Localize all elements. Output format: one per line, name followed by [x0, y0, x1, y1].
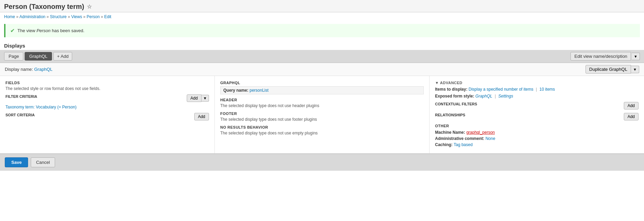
filter-criteria-section: FILTER CRITERIA Add ▼ Taxonomy term: Voc…	[5, 94, 209, 109]
breadcrumb-sep4: »	[83, 14, 87, 19]
left-column: FIELDS The selected style or row format …	[0, 76, 215, 153]
breadcrumb-person[interactable]: Person	[87, 14, 100, 19]
filter-item[interactable]: Taxonomy term: Vocabulary (= Person)	[5, 105, 209, 109]
breadcrumb-sep1: »	[16, 14, 19, 19]
advanced-triangle: ▼	[435, 81, 440, 85]
footer-bar: Save Cancel	[0, 154, 644, 171]
duplicate-button[interactable]: Duplicate GraphQL	[586, 65, 631, 74]
breadcrumb-administration[interactable]: Administration	[19, 14, 45, 19]
tabs-bar: Page GraphQL + Add Edit view name/descri…	[0, 50, 644, 63]
breadcrumb-sep2: »	[47, 14, 50, 19]
edit-view-name-button[interactable]: Edit view name/description	[570, 52, 631, 61]
breadcrumb-sep3: »	[68, 14, 71, 19]
success-icon: ✔	[10, 27, 15, 34]
items-display-link[interactable]: Display a specified number of items	[469, 87, 533, 92]
other-section: OTHER Machine Name: graphql_person Admin…	[435, 124, 639, 147]
items-count[interactable]: 10 items	[539, 87, 555, 92]
graphql-section: GRAPHQL Query name: personList	[220, 81, 424, 94]
admin-comment-label: Administrative comment:	[435, 136, 484, 141]
relationships-section: RELATIONSHIPS Add	[435, 113, 639, 120]
display-name-bar: Display name: GraphQL Duplicate GraphQL …	[0, 63, 644, 76]
machine-name-label: Machine Name:	[435, 130, 465, 135]
exposed-pipe: |	[495, 94, 496, 99]
tab-page[interactable]: Page	[4, 52, 23, 61]
caching-label: Caching:	[435, 142, 452, 147]
success-message: ✔ The view Person has been saved.	[4, 24, 640, 37]
tab-add[interactable]: + Add	[53, 52, 73, 61]
filter-criteria-add-dropdown[interactable]: ▼	[201, 95, 209, 102]
breadcrumb-edit[interactable]: Edit	[104, 14, 111, 19]
edit-view-dropdown[interactable]: ▼	[632, 53, 640, 60]
star-icon[interactable]: ☆	[87, 3, 92, 10]
breadcrumb: Home » Administration » Structure » View…	[0, 12, 644, 21]
exposed-form-graphql[interactable]: GraphQL	[475, 94, 492, 99]
items-pipe: |	[536, 87, 537, 92]
caching-value[interactable]: Tag based	[454, 142, 472, 147]
middle-column: GRAPHQL Query name: personList HEADER Th…	[215, 76, 430, 153]
contextual-filters-section: CONTEXTUAL FILTERS Add	[435, 102, 639, 109]
filter-criteria-add-button[interactable]: Add	[187, 94, 201, 102]
success-text: The view Person has been saved.	[17, 28, 84, 33]
footer-section: FOOTER The selected display type does no…	[220, 112, 424, 122]
header-section: HEADER The selected display type does no…	[220, 98, 424, 108]
breadcrumb-structure[interactable]: Structure	[50, 14, 67, 19]
right-column: ▼ ADVANCED Items to display: Display a s…	[430, 76, 644, 153]
page-title: Person (Taxonomy term)	[4, 3, 84, 11]
admin-comment-value[interactable]: None	[485, 136, 495, 141]
machine-name-value[interactable]: graphql_person	[466, 130, 495, 135]
duplicate-dropdown[interactable]: ▼	[631, 66, 639, 73]
exposed-settings-link[interactable]: Settings	[498, 94, 513, 99]
breadcrumb-home[interactable]: Home	[4, 14, 15, 19]
cancel-button[interactable]: Cancel	[31, 157, 55, 167]
display-name-label: Display name:	[5, 67, 33, 72]
fields-section: FIELDS The selected style or row format …	[5, 81, 209, 91]
displays-label: Displays	[0, 40, 644, 50]
advanced-section: ▼ ADVANCED Items to display: Display a s…	[435, 81, 639, 99]
breadcrumb-sep5: »	[101, 14, 104, 19]
tab-graphql[interactable]: GraphQL	[25, 52, 52, 61]
page-header: Person (Taxonomy term) ☆	[0, 0, 644, 12]
relationships-add-button[interactable]: Add	[624, 113, 639, 120]
advanced-title: ADVANCED	[440, 81, 463, 85]
save-button[interactable]: Save	[5, 157, 28, 167]
breadcrumb-views[interactable]: Views	[71, 14, 82, 19]
sort-criteria-add-button[interactable]: Add	[194, 113, 209, 120]
no-results-section: NO RESULTS BEHAVIOR The selected display…	[220, 125, 424, 135]
query-name-value[interactable]: personList	[250, 88, 268, 93]
sort-criteria-section: SORT CRITERIA Add	[5, 113, 209, 120]
display-name-value[interactable]: GraphQL	[34, 67, 52, 72]
contextual-filters-add-button[interactable]: Add	[624, 102, 639, 109]
